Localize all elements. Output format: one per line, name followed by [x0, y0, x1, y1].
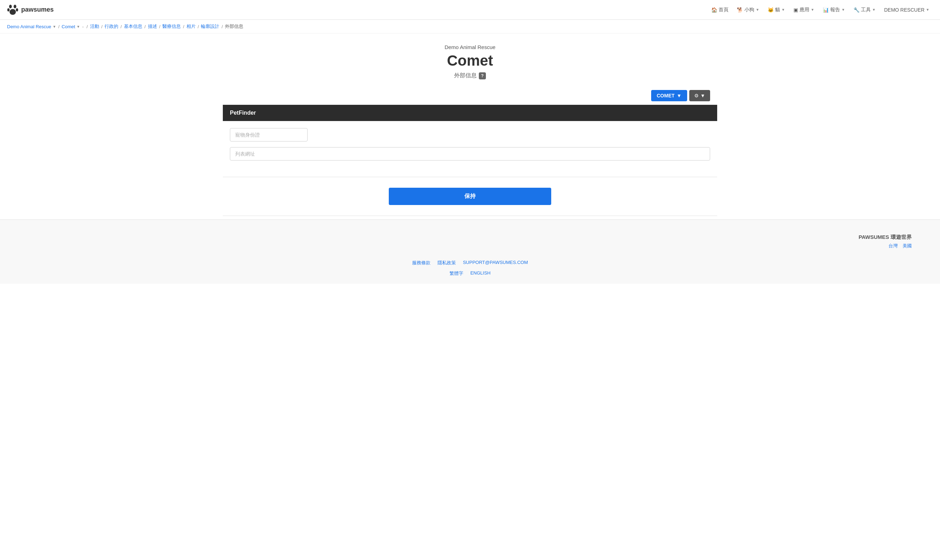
tool-caret-icon: ▼: [872, 8, 876, 12]
pet-id-input[interactable]: [230, 128, 308, 142]
footer-link-privacy[interactable]: 隱私政策: [438, 260, 456, 266]
page-header: Demo Animal Rescue Comet 外部信息 ?: [223, 34, 717, 86]
user-caret-icon: ▼: [926, 8, 929, 12]
divider-2: [223, 215, 717, 216]
paw-icon: [7, 4, 18, 15]
settings-icon: ⚙: [694, 93, 699, 98]
nav-user[interactable]: DEMO RESCUER ▼: [881, 5, 933, 15]
footer-lang-zh[interactable]: 繁體字: [450, 270, 463, 277]
section-title-header: 外部信息 ?: [230, 72, 710, 79]
svg-point-0: [9, 5, 12, 8]
report-caret-icon: ▼: [841, 8, 845, 12]
animal-caret-icon: ▼: [77, 25, 80, 29]
animal-name-header: Comet: [230, 52, 710, 69]
divider-1: [223, 177, 717, 177]
app-caret-icon: ▼: [811, 8, 814, 12]
dog-icon: 🐕: [737, 7, 743, 13]
breadcrumb-external-info: 外部信息: [225, 23, 243, 30]
footer-links: 服務條款 隱私政策 SUPPORT@PAWSUMES.COM: [7, 260, 933, 266]
comet-dropdown-button[interactable]: COMET ▼: [651, 90, 687, 101]
footer-locales: 台灣 美國: [7, 243, 933, 249]
footer-link-terms[interactable]: 服務條款: [412, 260, 430, 266]
svg-point-4: [9, 9, 16, 15]
footer-locale-us[interactable]: 美國: [903, 243, 912, 248]
home-icon: 🏠: [711, 7, 717, 13]
brand-logo[interactable]: pawsumes: [7, 4, 54, 15]
breadcrumb-admin[interactable]: 行政的: [105, 23, 118, 30]
breadcrumb-photos[interactable]: 相片: [186, 23, 196, 30]
section-body-petfinder: [223, 121, 717, 173]
nav-cat[interactable]: 🐱 貓 ▼: [764, 5, 789, 15]
footer-lang-en[interactable]: ENGLISH: [470, 270, 490, 277]
petfinder-section: PetFinder: [223, 105, 717, 173]
help-icon[interactable]: ?: [479, 72, 486, 79]
nav-items: 🏠 首頁 🐕 小狗 ▼ 🐱 貓 ▼ ▣ 應用 ▼ 📊 報告 ▼ 🔧 工具 ▼: [708, 5, 933, 15]
breadcrumb-medical[interactable]: 醫療信息: [162, 23, 181, 30]
footer: PAWSUMES 環遊世界 台灣 美國 服務條款 隱私政策 SUPPORT@PA…: [0, 220, 940, 284]
settings-caret-icon: ▼: [700, 93, 705, 98]
nav-app[interactable]: ▣ 應用 ▼: [790, 5, 818, 15]
app-icon: ▣: [794, 7, 798, 13]
nav-report[interactable]: 📊 報告 ▼: [819, 5, 849, 15]
action-bar: COMET ▼ ⚙ ▼: [223, 86, 717, 105]
breadcrumb-animal[interactable]: Comet: [62, 24, 75, 29]
svg-point-3: [16, 8, 18, 11]
tool-icon: 🔧: [854, 7, 860, 13]
report-icon: 📊: [823, 7, 829, 13]
footer-locale-tw[interactable]: 台灣: [888, 243, 898, 248]
org-name-header: Demo Animal Rescue: [230, 44, 710, 50]
breadcrumb: Demo Animal Rescue ▼ / Comet ▼ - / 活動 / …: [0, 20, 940, 34]
nav-home[interactable]: 🏠 首頁: [708, 5, 732, 15]
breadcrumb-description[interactable]: 描述: [148, 23, 157, 30]
listing-url-group: [230, 147, 710, 160]
brand-name: pawsumes: [21, 6, 54, 14]
cat-caret-icon: ▼: [781, 8, 785, 12]
footer-link-support[interactable]: SUPPORT@PAWSUMES.COM: [463, 260, 528, 266]
breadcrumb-profile-design[interactable]: 輪廓設計: [201, 23, 219, 30]
listing-url-input[interactable]: [230, 147, 710, 160]
footer-languages: 繁體字 ENGLISH: [7, 270, 933, 277]
footer-brand: PAWSUMES 環遊世界: [7, 234, 933, 241]
navbar: pawsumes 🏠 首頁 🐕 小狗 ▼ 🐱 貓 ▼ ▣ 應用 ▼ 📊 報告 ▼…: [0, 0, 940, 20]
svg-point-1: [14, 5, 17, 8]
nav-dog[interactable]: 🐕 小狗 ▼: [734, 5, 763, 15]
nav-tool[interactable]: 🔧 工具 ▼: [850, 5, 879, 15]
cat-icon: 🐱: [768, 7, 774, 13]
breadcrumb-basic-info[interactable]: 基本信息: [124, 23, 142, 30]
settings-button[interactable]: ⚙ ▼: [689, 90, 710, 101]
save-button[interactable]: 保持: [389, 188, 551, 205]
save-area: 保持: [223, 181, 717, 212]
dog-caret-icon: ▼: [756, 8, 759, 12]
breadcrumb-activity[interactable]: 活動: [90, 23, 99, 30]
breadcrumb-org[interactable]: Demo Animal Rescue: [7, 24, 51, 29]
section-header-petfinder: PetFinder: [223, 105, 717, 121]
org-caret-icon: ▼: [52, 25, 56, 29]
comet-caret-icon: ▼: [676, 93, 681, 98]
pet-id-group: [230, 128, 710, 142]
svg-point-2: [8, 8, 9, 11]
